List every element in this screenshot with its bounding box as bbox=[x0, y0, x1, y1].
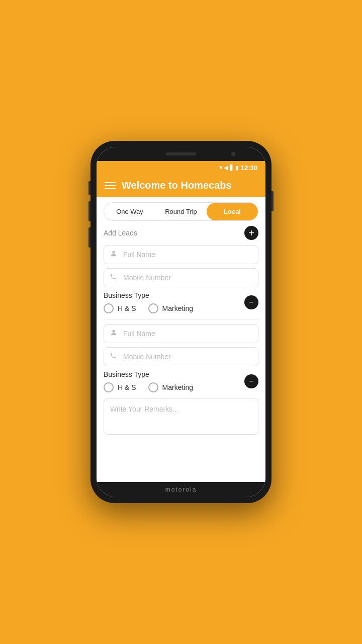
hamburger-line-3 bbox=[105, 188, 116, 189]
remarks-section bbox=[104, 398, 258, 437]
person-icon-1 bbox=[110, 250, 118, 260]
tab-local[interactable]: Local bbox=[207, 203, 258, 220]
radio-group-1: H & S Marketing bbox=[104, 303, 258, 313]
radio-group-2: H & S Marketing bbox=[104, 382, 258, 392]
card-separator bbox=[104, 319, 258, 320]
volume-down-button bbox=[88, 201, 90, 221]
camera bbox=[231, 152, 235, 156]
lead-card-1: Business Type H & S Marketing − bbox=[104, 245, 258, 313]
hamburger-line-1 bbox=[105, 182, 116, 183]
hamburger-line-2 bbox=[105, 185, 116, 186]
mobile-wrapper-1 bbox=[104, 268, 258, 287]
radio-circle-hs-2 bbox=[104, 382, 114, 392]
radio-marketing-1[interactable]: Marketing bbox=[148, 303, 193, 313]
business-type-label-2: Business Type bbox=[104, 370, 258, 378]
business-type-label-1: Business Type bbox=[104, 291, 258, 299]
brand-label: motorola bbox=[165, 486, 197, 493]
add-lead-button[interactable]: + bbox=[244, 226, 258, 240]
notch bbox=[97, 147, 265, 161]
svg-point-1 bbox=[112, 330, 115, 333]
radio-hs-2[interactable]: H & S bbox=[104, 382, 136, 392]
radio-label-hs-2: H & S bbox=[118, 383, 136, 391]
speaker bbox=[166, 152, 196, 155]
phone-bottom: motorola bbox=[97, 482, 265, 497]
status-icons: ▼◀ ▋ ▮ 12:30 bbox=[218, 164, 257, 172]
minus-icon-2: − bbox=[249, 377, 253, 385]
remove-lead-button-2[interactable]: − bbox=[244, 374, 258, 388]
full-name-input-1[interactable] bbox=[104, 245, 258, 264]
radio-label-marketing-2: Marketing bbox=[162, 383, 193, 391]
app-title: Welcome to Homecabs bbox=[122, 180, 232, 191]
battery-icon: ▮ bbox=[236, 165, 239, 171]
phone-frame: ▼◀ ▋ ▮ 12:30 Welcome to Homecabs One Way… bbox=[90, 141, 272, 503]
hamburger-icon[interactable] bbox=[105, 182, 116, 189]
lead-card-2: Business Type H & S Marketing − bbox=[104, 324, 258, 392]
radio-circle-hs-1 bbox=[104, 303, 114, 313]
tab-one-way[interactable]: One Way bbox=[104, 203, 155, 220]
tab-selector: One Way Round Trip Local bbox=[104, 202, 258, 221]
screen: ▼◀ ▋ ▮ 12:30 Welcome to Homecabs One Way… bbox=[97, 147, 265, 497]
wifi-icon: ▼◀ bbox=[218, 165, 228, 171]
remarks-input[interactable] bbox=[104, 398, 258, 435]
radio-hs-1[interactable]: H & S bbox=[104, 303, 136, 313]
mobile-input-1[interactable] bbox=[104, 268, 258, 287]
full-name-input-2[interactable] bbox=[104, 324, 258, 343]
tab-round-trip[interactable]: Round Trip bbox=[155, 203, 207, 220]
assistant-button bbox=[88, 227, 90, 248]
scroll-content: Add Leads + Bu bbox=[97, 226, 265, 482]
remove-lead-button-1[interactable]: − bbox=[244, 295, 258, 309]
radio-label-hs-1: H & S bbox=[118, 304, 136, 312]
phone-icon-2 bbox=[110, 352, 117, 361]
signal-icon: ▋ bbox=[230, 165, 234, 171]
phone-icon-1 bbox=[110, 273, 117, 282]
mobile-input-2[interactable] bbox=[104, 347, 258, 366]
person-icon-2 bbox=[110, 329, 118, 339]
status-time: 12:30 bbox=[241, 164, 257, 172]
full-name-wrapper-2 bbox=[104, 324, 258, 343]
app-header: Welcome to Homecabs bbox=[97, 174, 265, 197]
add-leads-header: Add Leads + bbox=[104, 226, 258, 240]
volume-up-button bbox=[88, 181, 90, 195]
add-icon: + bbox=[248, 228, 254, 238]
radio-circle-marketing-1 bbox=[148, 303, 158, 313]
add-leads-label: Add Leads bbox=[104, 229, 137, 237]
minus-icon-1: − bbox=[249, 298, 253, 306]
full-name-wrapper-1 bbox=[104, 245, 258, 264]
radio-label-marketing-1: Marketing bbox=[162, 304, 193, 312]
mobile-wrapper-2 bbox=[104, 347, 258, 366]
svg-point-0 bbox=[112, 251, 115, 254]
radio-marketing-2[interactable]: Marketing bbox=[148, 382, 193, 392]
status-bar: ▼◀ ▋ ▮ 12:30 bbox=[97, 161, 265, 174]
power-button bbox=[272, 191, 274, 211]
radio-circle-marketing-2 bbox=[148, 382, 158, 392]
